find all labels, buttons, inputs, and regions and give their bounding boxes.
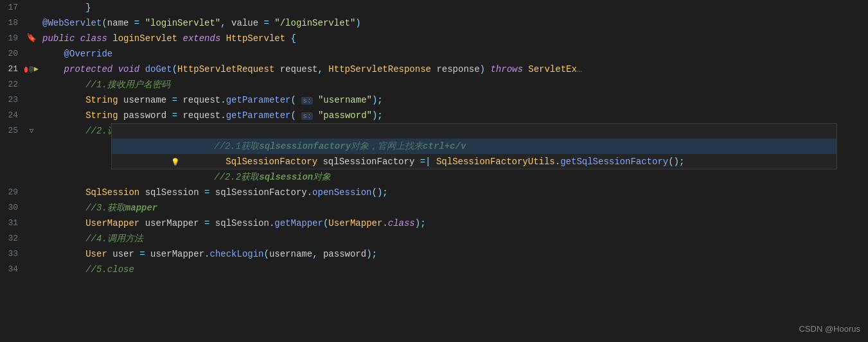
line-number-21: 21 bbox=[0, 62, 24, 77]
bookmark-icon-19: 🔖 bbox=[26, 31, 37, 46]
line-number-20: 20 bbox=[0, 46, 24, 62]
gutter-marker-18 bbox=[24, 15, 39, 31]
code-line-32: 32 //4.调用方法 bbox=[0, 231, 868, 246]
code-line-20: 20 @Override bbox=[0, 46, 868, 62]
popup-line-28: //2.2获取sqlsession对象 bbox=[112, 154, 837, 169]
code-line-21: 21 @ ▶ protected void doGet(HttpServletR… bbox=[0, 62, 868, 77]
line-code-33: User user = userMapper.checkLogin(userna… bbox=[39, 246, 868, 262]
code-line-23: 23 String username = request.getParamete… bbox=[0, 92, 868, 108]
line-number-34: 34 bbox=[0, 262, 24, 277]
code-line-19: 19 🔖 public class loginServlet extends H… bbox=[0, 31, 868, 46]
line-code-29: SqlSession sqlSession = sqlSessionFactor… bbox=[39, 185, 868, 200]
gutter-marker-31 bbox=[24, 216, 39, 231]
line-code-34: //5.close bbox=[39, 262, 868, 277]
line-number-33: 33 bbox=[0, 246, 24, 262]
line-code-30: //3.获取mapper bbox=[39, 200, 868, 216]
gutter-marker-25: ▽ bbox=[24, 123, 39, 139]
line-number-31: 31 bbox=[0, 216, 24, 231]
watermark: CSDN @Hoorus bbox=[799, 321, 860, 337]
line-code-32: //4.调用方法 bbox=[39, 231, 868, 246]
line-number-18: 18 bbox=[0, 15, 24, 31]
line-number-25: 25 bbox=[0, 123, 24, 139]
line-code-17: } bbox=[39, 0, 868, 15]
gutter-marker-30 bbox=[24, 200, 39, 216]
gutter-marker-17 bbox=[24, 0, 39, 15]
popup-box: //2.1获取sqlsessionfactory对象，官网上找来ctrl+c/v… bbox=[111, 123, 837, 169]
gutter-marker-34 bbox=[24, 262, 39, 277]
code-line-22: 22 //1.接收用户名密码 bbox=[0, 77, 868, 92]
gutter-marker-32 bbox=[24, 231, 39, 246]
editor-container: 17 } 18 @WebServlet(name = "loginServlet… bbox=[0, 0, 868, 342]
line-code-21: protected void doGet(HttpServletRequest … bbox=[39, 62, 868, 77]
line-code-23: String username = request.getParameter( … bbox=[39, 92, 868, 108]
gutter-marker-21: @ ▶ bbox=[24, 62, 39, 77]
line-number-24: 24 bbox=[0, 108, 24, 123]
line-code-31: UserMapper userMapper = sqlSession.getMa… bbox=[39, 216, 868, 231]
arrow-down-25: ▽ bbox=[30, 123, 34, 139]
line-number-23: 23 bbox=[0, 92, 24, 108]
gutter-marker-33 bbox=[24, 246, 39, 262]
code-line-24: 24 String password = request.getParamete… bbox=[0, 108, 868, 123]
gutter-marker-23 bbox=[24, 92, 39, 108]
gutter-marker-20 bbox=[24, 46, 39, 62]
line-number-29: 29 bbox=[0, 185, 24, 200]
code-line-31: 31 UserMapper userMapper = sqlSession.ge… bbox=[0, 216, 868, 231]
code-line-30: 30 //3.获取mapper bbox=[0, 200, 868, 216]
code-line-18: 18 @WebServlet(name = "loginServlet", va… bbox=[0, 15, 868, 31]
line-number-17: 17 bbox=[0, 0, 24, 15]
line-code-20: @Override bbox=[39, 46, 868, 62]
line-number-32: 32 bbox=[0, 231, 24, 246]
line-code-19: public class loginServlet extends HttpSe… bbox=[39, 31, 868, 46]
gutter-marker-22 bbox=[24, 77, 39, 92]
arrow-marker-21: ▶ bbox=[34, 62, 39, 77]
line-code-18: @WebServlet(name = "loginServlet", value… bbox=[39, 15, 868, 31]
code-line-34: 34 //5.close bbox=[0, 262, 868, 277]
line-code-22: //1.接收用户名密码 bbox=[39, 77, 868, 92]
gutter-marker-19: 🔖 bbox=[24, 31, 39, 46]
at-marker-21: @ bbox=[29, 62, 33, 77]
gutter-marker-29 bbox=[24, 185, 39, 200]
popup-line-26: //2.1获取sqlsessionfactory对象，官网上找来ctrl+c/v bbox=[112, 123, 837, 139]
line-number-22: 22 bbox=[0, 77, 24, 92]
line-number-19: 19 bbox=[0, 31, 24, 46]
code-line-17: 17 } bbox=[0, 0, 868, 15]
line-code-24: String password = request.getParameter( … bbox=[39, 108, 868, 123]
line-number-30: 30 bbox=[0, 200, 24, 216]
gutter-marker-24 bbox=[24, 108, 39, 123]
debug-dot-21 bbox=[24, 67, 28, 73]
code-line-33: 33 User user = userMapper.checkLogin(use… bbox=[0, 246, 868, 262]
popup-line-27: 💡 SqlSessionFactory sqlSessionFactory =|… bbox=[112, 139, 837, 154]
